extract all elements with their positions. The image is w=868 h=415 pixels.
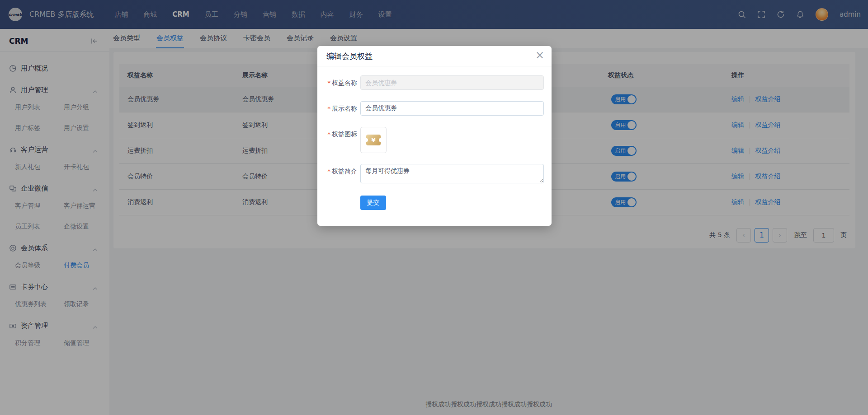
label-text: 权益简介 <box>332 168 357 175</box>
benefit-name-label: *权益名称 <box>317 75 357 90</box>
submit-button[interactable]: 提交 <box>360 196 386 210</box>
label-text: 权益图标 <box>332 131 357 138</box>
display-name-label: *展示名称 <box>317 101 357 116</box>
display-name-input[interactable] <box>360 101 544 116</box>
form-row-display-name: *展示名称 <box>317 101 552 116</box>
required-asterisk: * <box>328 131 331 138</box>
required-asterisk: * <box>328 168 331 175</box>
label-text: 权益名称 <box>332 79 357 86</box>
benefit-name-input <box>360 75 544 90</box>
yen-symbol: ¥ <box>371 137 375 144</box>
benefit-icon-label: *权益图标 <box>317 127 357 153</box>
modal-body: *权益名称 *展示名称 *权益图标 ¥ *权益简介 <box>317 66 552 210</box>
icon-upload-box[interactable]: ¥ <box>360 127 387 153</box>
required-asterisk: * <box>328 79 331 86</box>
benefit-icon-control: ¥ <box>360 127 387 153</box>
form-row-benefit-intro: *权益简介 每月可得优惠券 <box>317 164 552 185</box>
modal-title: 编辑会员权益 <box>326 51 373 61</box>
coupon-icon: ¥ <box>366 135 381 145</box>
edit-benefit-modal: 编辑会员权益 × *权益名称 *展示名称 *权益图标 ¥ <box>317 46 552 226</box>
benefit-name-control <box>360 75 544 90</box>
benefit-intro-textarea[interactable]: 每月可得优惠券 <box>360 164 544 183</box>
label-text: 展示名称 <box>332 105 357 112</box>
form-row-benefit-name: *权益名称 <box>317 75 552 90</box>
required-asterisk: * <box>328 105 331 112</box>
close-icon[interactable]: × <box>535 50 544 61</box>
benefit-intro-control: 每月可得优惠券 <box>360 164 544 185</box>
form-row-benefit-icon: *权益图标 ¥ <box>317 127 552 153</box>
display-name-control <box>360 101 544 116</box>
modal-header: 编辑会员权益 × <box>317 46 552 66</box>
benefit-intro-label: *权益简介 <box>317 164 357 185</box>
